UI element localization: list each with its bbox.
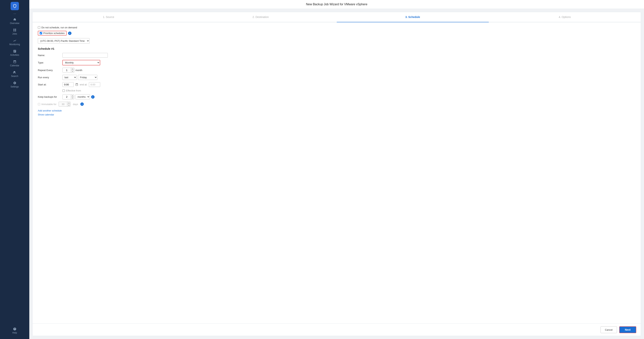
sidebar-item-label: Monitoring <box>9 43 20 46</box>
start-at-row: Start at: end at: <box>38 82 636 87</box>
immutable-for-checkbox[interactable] <box>38 103 40 105</box>
sidebar-item-label: Settings <box>10 85 19 88</box>
prioritize-row: Prioritize schedules i <box>38 31 636 35</box>
keep-backups-down-btn[interactable]: ▼ <box>71 97 74 99</box>
prioritize-checkbox[interactable] <box>40 32 42 34</box>
title-bar: New Backup Job Wizard for VMware vSphere <box>29 0 644 9</box>
name-label: Name: <box>38 54 60 57</box>
keep-backups-up-btn[interactable]: ▲ <box>71 95 74 97</box>
sidebar-item-label: Calendar <box>10 64 19 67</box>
repeat-every-input[interactable] <box>62 68 71 72</box>
immutable-spinner: ▲ ▼ <box>58 102 70 107</box>
start-time-input[interactable] <box>62 82 74 87</box>
repeat-every-row: Repeat Every ▲ ▼ month <box>38 68 636 72</box>
shield-icon <box>12 4 17 8</box>
immutable-unit-label: days <box>73 103 78 106</box>
immutable-input[interactable] <box>59 102 67 106</box>
run-every-day-select[interactable]: Friday Monday Tuesday Wednesday Thursday… <box>78 75 98 80</box>
wizard-container: 1. Source 2. Destination 3. Schedule 4. … <box>32 12 641 336</box>
sidebar-item-label: Jobs <box>12 32 17 35</box>
no-schedule-row: Do not schedule, run on demand <box>38 26 636 29</box>
sidebar-nav: Overview Jobs Monitoring Activities Cale <box>0 16 29 326</box>
keep-backups-spinner: ▲ ▼ <box>62 94 74 99</box>
calendar-icon <box>13 60 16 63</box>
keep-backups-row: Keep backups for ▲ ▼ months days weeks y… <box>38 94 636 99</box>
help-icon <box>13 327 16 331</box>
step-destination[interactable]: 2. Destination <box>184 12 336 22</box>
keep-backups-info-icon[interactable]: i <box>91 95 94 99</box>
chart-icon <box>13 39 16 42</box>
immutable-row: Immutable for ▲ ▼ days i <box>38 102 636 107</box>
repeat-every-wrap: ▲ ▼ month <box>62 68 82 72</box>
step-schedule[interactable]: 3. Schedule <box>337 12 489 22</box>
prioritize-info-icon[interactable]: i <box>68 31 72 35</box>
prioritize-label: Prioritize schedules <box>43 32 65 34</box>
sidebar-item-monitoring[interactable]: Monitoring <box>0 37 29 48</box>
type-row: Type: MonthlyDailyWeeklyOnce <box>38 60 636 65</box>
end-at-label: end at: <box>80 83 87 86</box>
no-schedule-checkbox[interactable] <box>38 26 40 29</box>
sidebar-item-calendar[interactable]: Calendar <box>0 58 29 69</box>
sidebar-bottom: Help <box>0 326 29 339</box>
repeat-every-label: Repeat Every <box>38 69 60 72</box>
start-at-label: Start at: <box>38 83 60 86</box>
run-every-label: Run every <box>38 76 60 79</box>
run-every-wrap: last first second third fourth Friday Mo… <box>62 75 98 80</box>
sidebar-item-overview[interactable]: Overview <box>0 16 29 26</box>
repeat-every-up-btn[interactable]: ▲ <box>71 68 74 70</box>
type-label: Type: <box>38 61 60 64</box>
inbox-icon <box>13 49 16 53</box>
name-input[interactable] <box>62 53 108 58</box>
sidebar-item-activities[interactable]: Activities <box>0 48 29 58</box>
keep-backups-label: Keep backups for <box>38 95 60 98</box>
keep-backups-input[interactable] <box>62 95 71 99</box>
wizard-footer: Cancel Next <box>32 324 641 336</box>
next-button[interactable]: Next <box>619 326 636 333</box>
add-schedule-button[interactable]: Add another schedule <box>38 109 62 112</box>
sidebar-item-help[interactable]: Help <box>0 326 29 336</box>
search-icon <box>13 71 16 74</box>
sidebar-item-label: Activities <box>10 54 19 56</box>
grid-icon <box>13 28 16 32</box>
immutable-info-icon[interactable]: i <box>80 102 84 106</box>
end-time-input[interactable] <box>89 82 100 87</box>
type-select-wrap: MonthlyDailyWeeklyOnce <box>62 60 100 65</box>
start-at-wrap: end at: <box>62 82 100 87</box>
effective-from-label: Effective from <box>66 89 81 92</box>
immutable-for-label: Immutable for <box>42 103 56 106</box>
schedule-title: Schedule #1 <box>38 47 636 50</box>
sidebar-item-settings[interactable]: Settings <box>0 79 29 90</box>
show-calendar-button[interactable]: Show calendar <box>38 113 54 116</box>
sidebar-help-label: Help <box>12 332 17 334</box>
sidebar-item-search[interactable]: Search <box>0 69 29 79</box>
sidebar: Overview Jobs Monitoring Activities Cale <box>0 0 29 339</box>
step-options[interactable]: 4. Options <box>489 12 641 22</box>
keep-backups-unit-select[interactable]: months days weeks years <box>76 94 90 99</box>
run-every-row: Run every last first second third fourth… <box>38 75 636 80</box>
timezone-row: (UTC-08:00, PST) Pacific Standard Time <box>38 38 636 44</box>
run-every-position-select[interactable]: last first second third fourth <box>62 75 77 80</box>
sidebar-item-jobs[interactable]: Jobs <box>0 26 29 37</box>
sidebar-divider <box>14 13 16 14</box>
effective-from-checkbox[interactable] <box>62 89 65 92</box>
page-title: New Backup Job Wizard for VMware vSphere <box>306 3 368 6</box>
immutable-down-btn[interactable]: ▼ <box>67 104 70 106</box>
steps-header: 1. Source 2. Destination 3. Schedule 4. … <box>32 12 641 22</box>
immutable-up-btn[interactable]: ▲ <box>67 102 70 104</box>
no-schedule-label: Do not schedule, run on demand <box>42 26 77 29</box>
repeat-every-down-btn[interactable]: ▼ <box>71 70 74 72</box>
cancel-button[interactable]: Cancel <box>600 326 617 333</box>
repeat-every-unit: month <box>76 69 82 72</box>
calendar-small-icon[interactable] <box>75 83 78 86</box>
repeat-every-spinner: ▲ ▼ <box>62 68 74 72</box>
prioritize-checkbox-wrap: Prioritize schedules <box>38 31 66 35</box>
timezone-select[interactable]: (UTC-08:00, PST) Pacific Standard Time <box>38 38 90 44</box>
effective-from-row: Effective from <box>62 89 636 92</box>
step-source[interactable]: 1. Source <box>32 12 184 22</box>
keep-backups-wrap: ▲ ▼ months days weeks years i <box>62 94 94 99</box>
home-icon <box>13 18 16 21</box>
type-select[interactable]: MonthlyDailyWeeklyOnce <box>62 60 100 65</box>
app-logo <box>10 2 19 10</box>
sidebar-item-label: Overview <box>10 22 19 24</box>
main-content: New Backup Job Wizard for VMware vSphere… <box>29 0 644 339</box>
